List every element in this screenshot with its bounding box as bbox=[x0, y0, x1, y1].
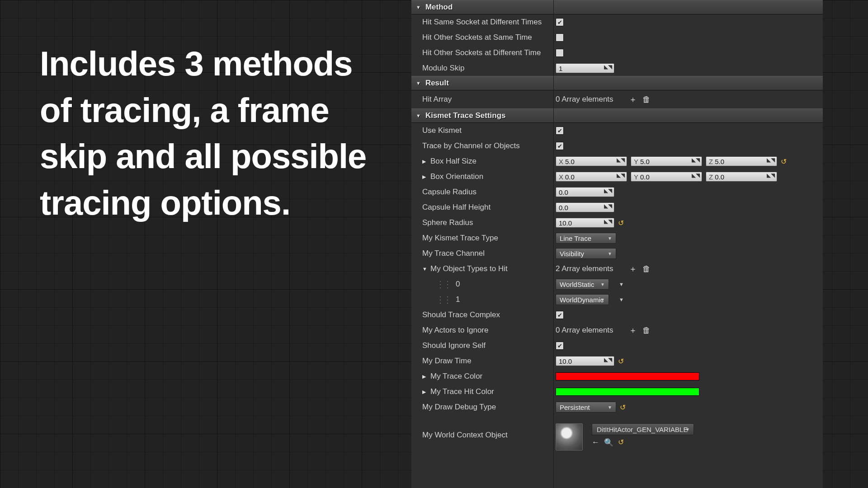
section-header-result[interactable]: Result bbox=[411, 76, 823, 90]
spinner-grip-icon: ◣◥ bbox=[604, 65, 612, 69]
section-title: Result bbox=[425, 79, 449, 88]
array-count: 0 Array elements bbox=[556, 326, 613, 335]
prop-label: Hit Same Socket at Different Times bbox=[411, 18, 554, 27]
checkbox-hit-same-socket[interactable]: ✔ bbox=[556, 18, 564, 26]
dropdown-world-context-asset[interactable]: DitItHitActor_GEN_VARIABLE bbox=[592, 423, 694, 435]
input-box-orient-z[interactable]: Z0.0◣◥ bbox=[706, 172, 777, 182]
input-draw-time[interactable]: 10.0◣◥ bbox=[556, 356, 614, 366]
input-modulo-skip[interactable]: 1◣◥ bbox=[556, 63, 614, 73]
expand-icon[interactable] bbox=[422, 174, 428, 180]
prop-label: Box Orientation bbox=[411, 172, 554, 181]
input-sphere-radius[interactable]: 10.0◣◥ bbox=[556, 218, 614, 228]
use-selected-asset-icon[interactable]: ← bbox=[592, 438, 599, 447]
input-box-half-x[interactable]: X5.0◣◥ bbox=[556, 156, 627, 166]
reset-to-default-icon[interactable]: ↺ bbox=[618, 357, 624, 366]
prop-label: Sphere Radius bbox=[411, 218, 554, 227]
input-box-half-y[interactable]: Y5.0◣◥ bbox=[631, 156, 702, 166]
expand-icon[interactable] bbox=[422, 389, 428, 395]
prop-label: Capsule Half Height bbox=[411, 203, 554, 212]
prop-label: Use Kismet bbox=[411, 126, 554, 135]
prop-label: My Actors to Ignore bbox=[411, 326, 554, 335]
array-count: 0 Array elements bbox=[556, 95, 613, 104]
prop-label: Trace by Channel or Objects bbox=[411, 141, 554, 150]
prop-label: My Draw Time bbox=[411, 357, 554, 366]
clear-array-button[interactable]: 🗑 bbox=[642, 94, 651, 104]
browse-asset-icon[interactable]: 🔍 bbox=[604, 438, 613, 447]
asset-thumbnail[interactable] bbox=[556, 423, 583, 450]
reset-to-default-icon[interactable]: ↺ bbox=[620, 403, 626, 412]
prop-label: Box Half Size bbox=[411, 157, 554, 166]
dropdown-trace-channel[interactable]: Visibility bbox=[556, 248, 616, 259]
drag-handle-icon[interactable]: ⋮⋮ bbox=[436, 279, 450, 290]
prop-label: My Trace Channel bbox=[411, 249, 554, 258]
prop-label: My Object Types to Hit bbox=[411, 264, 554, 273]
prop-label: Hit Other Sockets at Same Time bbox=[411, 33, 554, 42]
marketing-caption: Includes 3 methods of tracing, a frame s… bbox=[40, 41, 383, 226]
element-options-icon[interactable]: ▼ bbox=[619, 297, 624, 302]
collapse-icon[interactable] bbox=[422, 266, 428, 272]
clear-array-button[interactable]: 🗑 bbox=[642, 264, 651, 274]
column-divider bbox=[553, 0, 554, 488]
prop-label: My Kismet Trace Type bbox=[411, 234, 554, 243]
checkbox-trace-complex[interactable]: ✔ bbox=[556, 311, 564, 319]
input-box-orient-y[interactable]: Y0.0◣◥ bbox=[631, 172, 702, 182]
array-index-label: ⋮⋮1 bbox=[411, 294, 554, 305]
array-count: 2 Array elements bbox=[556, 264, 613, 273]
reset-to-default-icon[interactable]: ↺ bbox=[618, 219, 624, 227]
input-capsule-radius[interactable]: 0.0◣◥ bbox=[556, 187, 614, 197]
dropdown-draw-debug-type[interactable]: Persistent bbox=[556, 402, 616, 413]
prop-label: My Trace Hit Color bbox=[411, 387, 554, 396]
checkbox-hit-other-same-time[interactable]: ✔ bbox=[556, 33, 564, 42]
dropdown-kismet-trace-type[interactable]: Line Trace bbox=[556, 233, 616, 244]
add-array-element-button[interactable]: ＋ bbox=[628, 325, 638, 335]
section-title: Method bbox=[425, 3, 453, 12]
prop-label: Should Ignore Self bbox=[411, 341, 554, 350]
input-box-half-z[interactable]: Z5.0◣◥ bbox=[706, 156, 777, 166]
prop-label: Hit Array bbox=[411, 95, 554, 104]
expand-icon[interactable] bbox=[422, 374, 428, 380]
section-title: Kismet Trace Settings bbox=[425, 111, 506, 120]
prop-label: My World Context Object bbox=[411, 431, 554, 440]
prop-label: Hit Other Sockets at Different Time bbox=[411, 48, 554, 57]
expand-icon[interactable] bbox=[422, 159, 428, 164]
input-box-orient-x[interactable]: X0.0◣◥ bbox=[556, 172, 627, 182]
element-options-icon[interactable]: ▼ bbox=[619, 282, 624, 287]
add-array-element-button[interactable]: ＋ bbox=[628, 94, 638, 104]
prop-label: My Trace Color bbox=[411, 372, 554, 381]
reset-to-default-icon[interactable]: ↺ bbox=[618, 438, 624, 447]
reset-to-default-icon[interactable]: ↺ bbox=[781, 157, 787, 166]
color-swatch-trace-color[interactable] bbox=[556, 372, 699, 380]
checkbox-use-kismet[interactable]: ✔ bbox=[556, 127, 564, 135]
drag-handle-icon[interactable]: ⋮⋮ bbox=[436, 294, 450, 305]
checkbox-ignore-self[interactable]: ✔ bbox=[556, 342, 564, 350]
array-index-label: ⋮⋮0 bbox=[411, 279, 554, 290]
clear-array-button[interactable]: 🗑 bbox=[642, 325, 651, 335]
add-array-element-button[interactable]: ＋ bbox=[628, 264, 638, 274]
checkbox-hit-other-diff-time[interactable]: ✔ bbox=[556, 49, 564, 57]
prop-label: My Draw Debug Type bbox=[411, 403, 554, 412]
details-panel: Method Hit Same Socket at Different Time… bbox=[411, 0, 823, 488]
dropdown-object-type-0[interactable]: WorldStatic bbox=[556, 279, 609, 290]
section-header-kismet[interactable]: Kismet Trace Settings bbox=[411, 108, 823, 123]
prop-label: Modulo Skip bbox=[411, 64, 554, 73]
prop-label: Should Trace Complex bbox=[411, 310, 554, 319]
section-header-method[interactable]: Method bbox=[411, 0, 823, 14]
prop-label: Capsule Radius bbox=[411, 188, 554, 197]
checkbox-trace-by-channel[interactable]: ✔ bbox=[556, 142, 564, 150]
dropdown-object-type-1[interactable]: WorldDynamic bbox=[556, 294, 609, 305]
input-capsule-half-height[interactable]: 0.0◣◥ bbox=[556, 202, 614, 212]
color-swatch-trace-hit-color[interactable] bbox=[556, 388, 699, 396]
value-text: 1 bbox=[559, 65, 562, 72]
